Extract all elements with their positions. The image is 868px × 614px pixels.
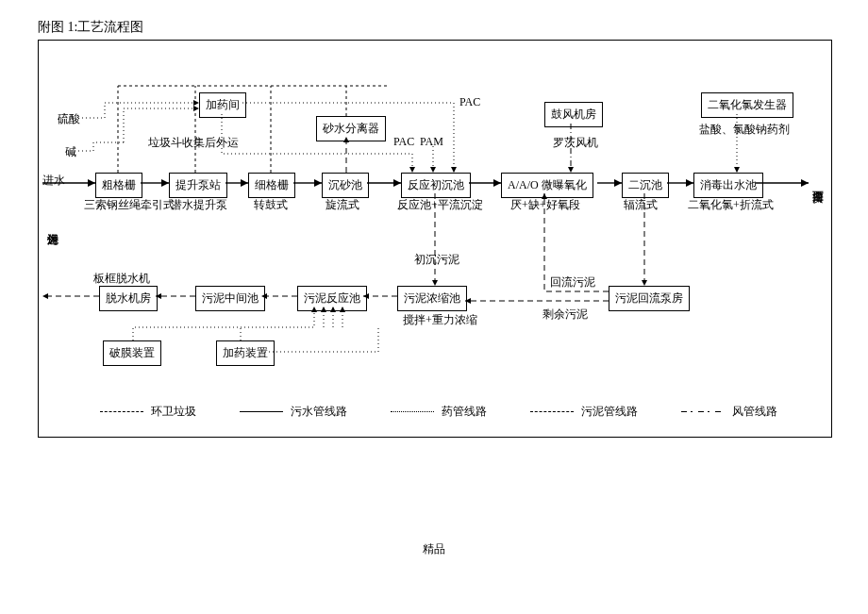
legend-sludge: 污泥管线路 <box>530 404 638 420</box>
node-react-primary: 反应初沉池 <box>401 173 471 198</box>
node-lift-pump: 提升泵站 <box>169 173 227 198</box>
legend: 环卫垃圾 污水管线路 药管线路 污泥管线路 风管线路 <box>100 404 777 420</box>
sub-coarse: 三索钢丝绳牵引式 <box>84 197 175 213</box>
diagram-frame: 加药间 砂水分离器 鼓风机房 二氧化氯发生器 粗格栅 提升泵站 细格栅 沉砂池 … <box>38 40 832 438</box>
sub-sec: 辐流式 <box>624 197 658 213</box>
sub-disinfect: 二氧化氯+折流式 <box>688 197 774 213</box>
page-title: 附图 1:工艺流程图 <box>38 19 830 36</box>
sub-grit: 旋流式 <box>326 197 359 213</box>
node-sludge-thicken: 污泥浓缩池 <box>397 286 467 311</box>
node-sludge-react: 污泥反应池 <box>297 286 367 311</box>
node-membrane-break: 破膜装置 <box>103 340 161 366</box>
label-trash-collect: 垃圾斗收集后外运 <box>148 135 239 151</box>
legend-chem: 药管线路 <box>391 404 487 420</box>
node-sand-separator: 砂水分离器 <box>316 116 386 141</box>
node-aao: A/A/O 微曝氧化 <box>501 173 593 198</box>
label-return-sludge: 回流污泥 <box>550 274 595 290</box>
label-plate-dewater: 板框脱水机 <box>93 271 150 287</box>
legend-garbage: 环卫垃圾 <box>100 404 196 420</box>
node-return-pump: 污泥回流泵房 <box>609 286 690 311</box>
node-grit-tank: 沉砂池 <box>322 173 369 198</box>
label-mix-gravity: 搅拌+重力浓缩 <box>403 312 477 328</box>
sub-react: 反应池+平流沉淀 <box>397 197 483 213</box>
node-dosing-room: 加药间 <box>199 92 246 118</box>
node-dewater-room: 脱水机房 <box>99 286 158 311</box>
label-inflow: 进水 <box>42 173 65 189</box>
label-pac2: PAC <box>393 135 414 149</box>
node-sec-settle: 二沉池 <box>622 173 669 198</box>
node-fine-screen: 细格栅 <box>248 173 295 198</box>
label-pac: PAC <box>459 95 480 109</box>
node-dosing-device: 加药装置 <box>216 340 275 366</box>
footer: 精品 <box>38 541 830 557</box>
node-disinfect: 消毒出水池 <box>693 173 763 198</box>
sub-aao: 厌+缺+好氧段 <box>510 197 580 213</box>
sub-fine: 转鼓式 <box>254 197 288 213</box>
label-hcl: 盐酸、氯酸钠药剂 <box>699 122 790 138</box>
node-blower-room: 鼓风机房 <box>544 102 603 127</box>
node-sludge-mid: 污泥中间池 <box>195 286 265 311</box>
node-clo2-gen: 二氧化氯发生器 <box>701 92 793 118</box>
sub-lift: 潜水提升泵 <box>171 197 227 213</box>
label-primary-sludge: 初沉污泥 <box>414 252 459 268</box>
label-roots-blower: 罗茨风机 <box>553 135 598 151</box>
legend-sewer: 污水管线路 <box>240 404 347 420</box>
label-sulfuric-acid: 硫酸 <box>58 111 80 127</box>
label-pam: PAM <box>420 135 443 149</box>
label-alkali: 碱 <box>65 144 76 160</box>
label-surplus-sludge: 剩余污泥 <box>542 307 588 323</box>
legend-air: 风管线路 <box>681 404 777 420</box>
node-coarse-screen: 粗格栅 <box>95 173 142 198</box>
